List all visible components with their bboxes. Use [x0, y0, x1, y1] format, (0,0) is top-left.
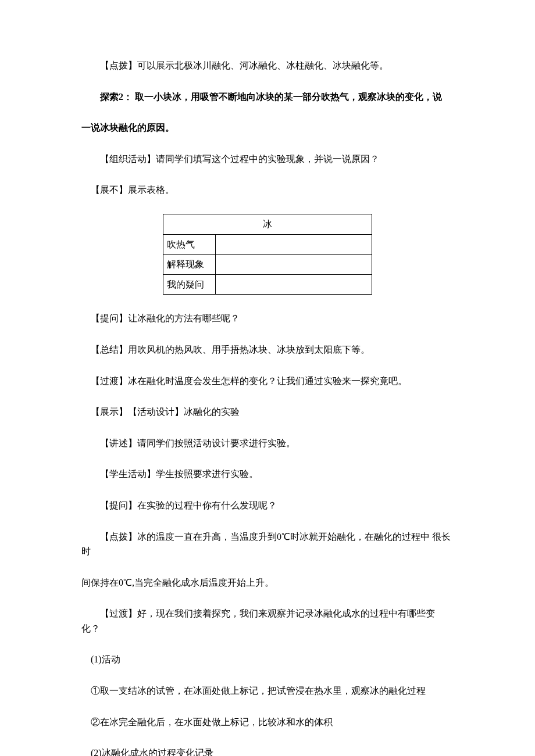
- table1-row2-label: 我的疑问: [163, 274, 216, 295]
- paragraph-hint-temp-line1: 【点拨】冰的温度一直在升高，当温度升到0℃时冰就开始融化，在融化的过程中 很长时: [81, 529, 454, 559]
- record-heading: (2)冰融化成水的过程变化记录: [81, 746, 454, 756]
- paragraph-question-discover: 【提问】在实验的过程中你有什么发现呢？: [81, 498, 454, 513]
- table1-header: 冰: [163, 214, 372, 234]
- paragraph-question-methods: 【提问】让冰融化的方法有哪些呢？: [81, 311, 454, 326]
- paragraph-activity-org: 【组织活动】请同学们填写这个过程中的实验现象，并说一说原因？: [81, 152, 454, 167]
- explore-2-heading-line2: 一说冰块融化的原因。: [81, 120, 454, 135]
- table1-row1-value: [216, 255, 372, 275]
- table-row: 解释现象: [163, 255, 372, 275]
- table1-row0-value: [216, 234, 372, 255]
- paragraph-show-table: 【展不】展示表格。: [81, 182, 454, 198]
- activity-heading: (1)活动: [81, 652, 454, 667]
- table1-row0-label: 吹热气: [163, 234, 216, 255]
- activity-step-1: ①取一支结冰的试管，在冰面处做上标记，把试管浸在热水里，观察冰的融化过程: [81, 683, 454, 698]
- paragraph-lecture: 【讲述】请同学们按照活动设计要求进行实验。: [81, 436, 454, 451]
- activity-step-2: ②在冰完全融化后，在水面处做上标记，比较冰和水的体积: [81, 715, 454, 730]
- paragraph-show-activity: 【展示】【活动设计】冰融化的实验: [81, 404, 454, 420]
- paragraph-student-activity: 【学生活动】学生按照要求进行实验。: [81, 467, 454, 482]
- table-row: 我的疑问: [163, 274, 372, 295]
- table1-row2-value: [216, 274, 372, 295]
- paragraph-transition-2: 【过渡】好，现在我们接着探究，我们来观察并记录冰融化成水的过程中有哪些变 化？: [81, 606, 454, 636]
- paragraph-transition-1: 【过渡】冰在融化时温度会发生怎样的变化？让我们通过实验来一探究竟吧。: [81, 374, 454, 389]
- table1-row1-label: 解释现象: [163, 255, 216, 275]
- table-row: 吹热气: [163, 234, 372, 255]
- table-ice-observation: 冰 吹热气 解释现象 我的疑问: [163, 214, 372, 295]
- paragraph-hint: 【点拨】可以展示北极冰川融化、河冰融化、冰柱融化、冰块融化等。: [81, 58, 454, 73]
- paragraph-hint-temp-line2: 间保持在0℃,当完全融化成水后温度开始上升。: [81, 575, 454, 590]
- paragraph-summary: 【总结】用吹风机的热风吹、用手捂热冰块、冰块放到太阳底下等。: [81, 342, 454, 357]
- explore-2-heading-line1: 探索2： 取一小块冰，用吸管不断地向冰块的某一部分吹热气，观察冰块的变化，说: [81, 89, 454, 105]
